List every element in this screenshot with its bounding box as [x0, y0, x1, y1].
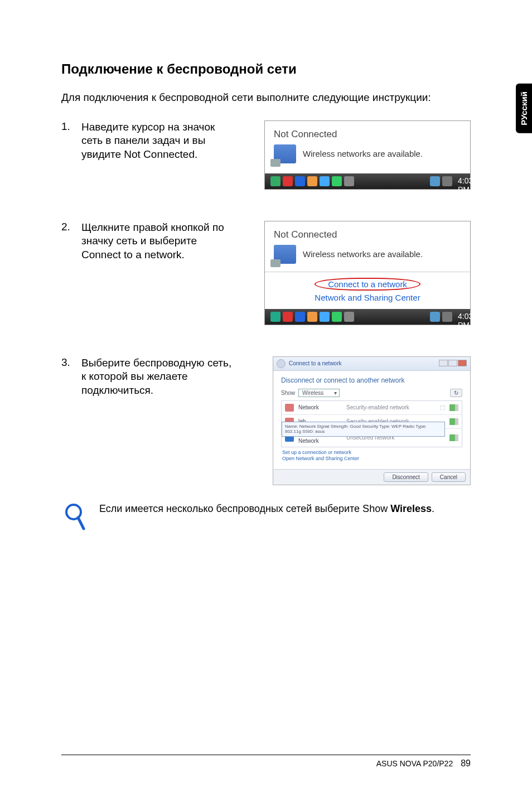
network-row[interactable]: lab Security-enabled network Name: Netwo…	[282, 415, 462, 429]
language-tab: РУсский	[516, 84, 532, 133]
product-name: ASUS NOVA P20/P22	[376, 759, 453, 768]
page-footer: ASUS NOVA P20/P22 89	[61, 755, 471, 769]
taskbar: 4:03 PM	[265, 173, 470, 189]
tray-icons	[270, 312, 354, 322]
network-icon	[274, 245, 296, 264]
step-number: 3.	[61, 356, 81, 369]
window-buttons	[438, 360, 467, 368]
network-list: Network Security-enabled network ⬚ lab S…	[281, 400, 462, 447]
tray-arrow-icon[interactable]	[270, 176, 280, 186]
taskbar-clock: 4:03 PM	[454, 176, 465, 186]
setup-connection-link[interactable]: Set up a connection or network	[282, 450, 461, 456]
refresh-button[interactable]: ↻	[450, 389, 462, 397]
connect-to-network-menu-item[interactable]: Connect to a network	[315, 278, 420, 291]
wave-icon[interactable]	[307, 176, 317, 186]
note-block: Если имеется несколько беспроводных сете…	[61, 502, 471, 533]
tooltip-title: Not Connected	[274, 229, 461, 240]
step-text: Выберите беспроводную сеть, к которой вы…	[81, 356, 243, 398]
screenshot-connect-dialog: Connect to a network Disconnect or conne…	[273, 356, 471, 485]
network-desc: Security-enabled network	[346, 404, 436, 410]
bluetooth-icon[interactable]	[295, 176, 305, 186]
network-tooltip: Name: Network Signal Strength: Good Secu…	[282, 422, 445, 437]
page-number: 89	[461, 758, 471, 769]
tray-arrow-icon[interactable]	[270, 312, 280, 322]
volume-icon[interactable]	[344, 176, 354, 186]
screenshot-context-menu: Not Connected Wireless networks are avai…	[264, 221, 471, 325]
screenshot-tooltip-not-connected: Not Connected Wireless networks are avai…	[264, 120, 471, 190]
svg-line-1	[78, 518, 84, 529]
step-text: Щелкните правой кнопкой по значку сеть и…	[81, 221, 243, 262]
intro-paragraph: Для подключения к беспроводной сети выпо…	[61, 90, 471, 105]
network-tray-icon[interactable]	[430, 176, 440, 186]
disconnect-button[interactable]: Disconnect	[384, 472, 428, 482]
close-button[interactable]	[458, 360, 467, 366]
dialog-title: Connect to a network	[289, 360, 342, 366]
tray-close-icon[interactable]	[283, 176, 293, 186]
network-name: Network	[298, 404, 342, 410]
taskbar: 4:03 PM	[265, 309, 470, 325]
signal-bars-icon	[449, 418, 458, 425]
step-2: 2. Щелкните правой кнопкой по значку сет…	[61, 221, 471, 325]
step-1: 1. Наведите курсор на значок сеть в пане…	[61, 120, 471, 190]
dialog-header: Disconnect or connect to another network	[281, 376, 462, 384]
connected-icon: ⬚	[440, 404, 445, 410]
show-dropdown[interactable]: Wireless	[298, 389, 340, 397]
taskbar-clock: 4:03 PM	[454, 312, 465, 322]
signal-bars-icon	[449, 434, 458, 441]
volume-icon[interactable]	[344, 312, 354, 322]
note-text: Если имеется несколько беспроводных сете…	[99, 502, 434, 515]
battery-icon[interactable]	[332, 312, 342, 322]
tooltip-title: Not Connected	[274, 129, 461, 140]
network-tray-icon[interactable]	[430, 312, 440, 322]
battery-icon[interactable]	[332, 176, 342, 186]
maximize-button[interactable]	[448, 360, 457, 366]
network-sharing-center-menu-item[interactable]: Network and Sharing Center	[265, 293, 470, 302]
open-nsc-link[interactable]: Open Network and Sharing Center	[282, 456, 461, 462]
calendar-icon[interactable]	[320, 312, 330, 322]
magnifier-icon	[64, 502, 86, 533]
network-row[interactable]: Network Security-enabled network ⬚	[282, 401, 462, 415]
bluetooth-icon[interactable]	[295, 312, 305, 322]
show-label: Show	[281, 390, 295, 396]
step-3: 3. Выберите беспроводную сеть, к которой…	[61, 356, 471, 485]
network-icon	[274, 144, 296, 163]
tooltip-subtitle: Wireless networks are available.	[303, 249, 423, 259]
calendar-icon[interactable]	[320, 176, 330, 186]
step-number: 2.	[61, 221, 81, 233]
cancel-button[interactable]: Cancel	[432, 472, 466, 482]
back-button[interactable]	[277, 359, 286, 368]
tray-close-icon[interactable]	[283, 312, 293, 322]
wave-icon[interactable]	[307, 312, 317, 322]
section-heading: Подключение к беспроводной сети	[61, 61, 471, 77]
signal-bars-icon	[449, 404, 458, 411]
tray-icons	[270, 176, 354, 186]
speaker-icon[interactable]	[442, 176, 452, 186]
step-number: 1.	[61, 120, 81, 133]
dialog-titlebar: Connect to a network	[273, 357, 470, 371]
step-text: Наведите курсор на значок сеть в панели …	[81, 120, 243, 162]
tooltip-subtitle: Wireless networks are available.	[303, 149, 423, 158]
speaker-icon[interactable]	[442, 312, 452, 322]
minimize-button[interactable]	[439, 360, 448, 366]
wifi-icon	[285, 404, 294, 412]
